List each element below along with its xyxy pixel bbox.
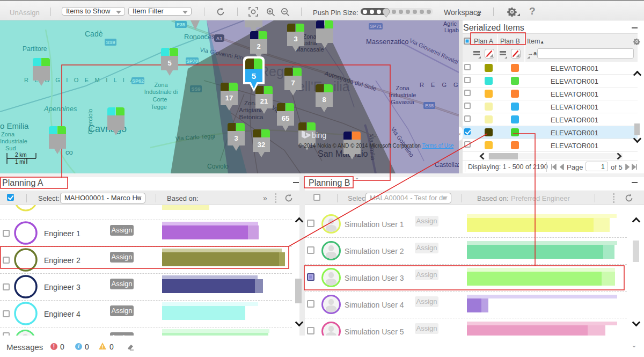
svg-text:21: 21 xyxy=(260,97,268,105)
svg-text:bing: bing xyxy=(312,131,326,140)
svg-text:2 km: 2 km xyxy=(15,152,27,158)
svg-text:7: 7 xyxy=(291,79,295,87)
svg-text:3: 3 xyxy=(294,35,297,43)
svg-text:8: 8 xyxy=(322,96,326,104)
svg-text:1 mi: 1 mi xyxy=(15,159,25,165)
svg-text:5: 5 xyxy=(252,71,256,81)
svg-text:2: 2 xyxy=(257,42,260,50)
svg-text:17: 17 xyxy=(225,94,233,102)
svg-text:5: 5 xyxy=(167,59,171,67)
svg-text:3: 3 xyxy=(234,134,238,142)
svg-text:32: 32 xyxy=(258,141,265,149)
svg-text:65: 65 xyxy=(282,114,289,122)
